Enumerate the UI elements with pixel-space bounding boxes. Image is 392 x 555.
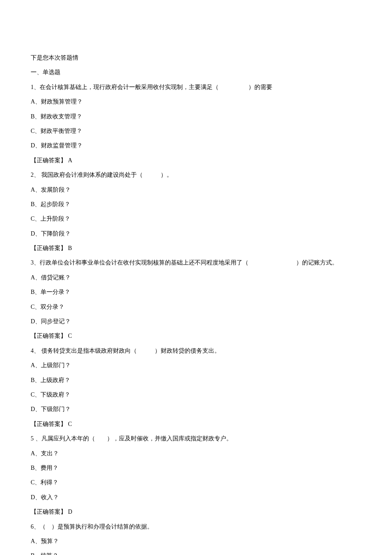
option-a: A、财政预算管理？ bbox=[31, 97, 361, 106]
option-d: D、财政监督管理？ bbox=[31, 141, 361, 150]
option-b: B、起步阶段？ bbox=[31, 200, 361, 209]
intro-line: 下是您本次答题情 bbox=[31, 53, 361, 63]
option-b: B、费用？ bbox=[31, 463, 361, 473]
question-block: 6、（ ）是预算执行和办理会计结算的依据。 A、预算？ B、核算？ C、监督？ … bbox=[31, 522, 361, 555]
correct-answer: 【正确答案】 A bbox=[31, 156, 361, 165]
question-stem: 3、行政单位会计和事业单位会计在收付实现制核算的基础上还不同程度地采用了（ ）的… bbox=[31, 258, 361, 267]
correct-answer: 【正确答案】 C bbox=[31, 420, 361, 429]
option-c: C、利得？ bbox=[31, 478, 361, 487]
correct-answer: 【正确答案】 C bbox=[31, 331, 361, 341]
option-a: A、借贷记账？ bbox=[31, 273, 361, 282]
option-a: A、支出？ bbox=[31, 449, 361, 458]
question-block: 5 、凡属应列入本年的（ ），应及时催收，并缴入国库或指定财政专户。 A、支出？… bbox=[31, 434, 361, 517]
question-block: 3、行政单位会计和事业单位会计在收付实现制核算的基础上还不同程度地采用了（ ）的… bbox=[31, 258, 361, 341]
question-block: 1、在会计核算基础上，现行政府会计一般采用收付实现制，主要满足（ ）的需要 A、… bbox=[31, 83, 361, 165]
option-a: A、预算？ bbox=[31, 537, 361, 546]
question-block: 4、 债务转贷支出是指本级政府财政向（ ）财政转贷的债务支出。 A、上级部门？ … bbox=[31, 346, 361, 429]
option-d: D、同步登记？ bbox=[31, 317, 361, 326]
question-stem: 2、 我国政府会计准则体系的建设尚处于（ ）。 bbox=[31, 170, 361, 180]
option-c: C、上升阶段？ bbox=[31, 214, 361, 224]
option-c: C、财政平衡管理？ bbox=[31, 127, 361, 136]
question-stem: 5 、凡属应列入本年的（ ），应及时催收，并缴入国库或指定财政专户。 bbox=[31, 434, 361, 443]
section-title: 一、单选题 bbox=[31, 68, 361, 77]
option-b: B、财政收支管理？ bbox=[31, 112, 361, 121]
question-stem: 6、（ ）是预算执行和办理会计结算的依据。 bbox=[31, 522, 361, 532]
option-d: D、下级部门？ bbox=[31, 405, 361, 414]
option-b: B、上级政府？ bbox=[31, 376, 361, 385]
question-stem: 1、在会计核算基础上，现行政府会计一般采用收付实现制，主要满足（ ）的需要 bbox=[31, 83, 361, 92]
option-b: B、单一分录？ bbox=[31, 288, 361, 297]
option-c: C、下级政府？ bbox=[31, 390, 361, 400]
option-d: D、收入？ bbox=[31, 493, 361, 502]
correct-answer: 【正确答案】 D bbox=[31, 507, 361, 517]
option-c: C、双分录？ bbox=[31, 302, 361, 312]
option-a: A、发展阶段？ bbox=[31, 185, 361, 195]
option-d: D、下降阶段？ bbox=[31, 229, 361, 239]
question-block: 2、 我国政府会计准则体系的建设尚处于（ ）。 A、发展阶段？ B、起步阶段？ … bbox=[31, 170, 361, 253]
question-stem: 4、 债务转贷支出是指本级政府财政向（ ）财政转贷的债务支出。 bbox=[31, 346, 361, 356]
option-b: B、核算？ bbox=[31, 551, 361, 555]
correct-answer: 【正确答案】 B bbox=[31, 244, 361, 253]
option-a: A、上级部门？ bbox=[31, 361, 361, 370]
